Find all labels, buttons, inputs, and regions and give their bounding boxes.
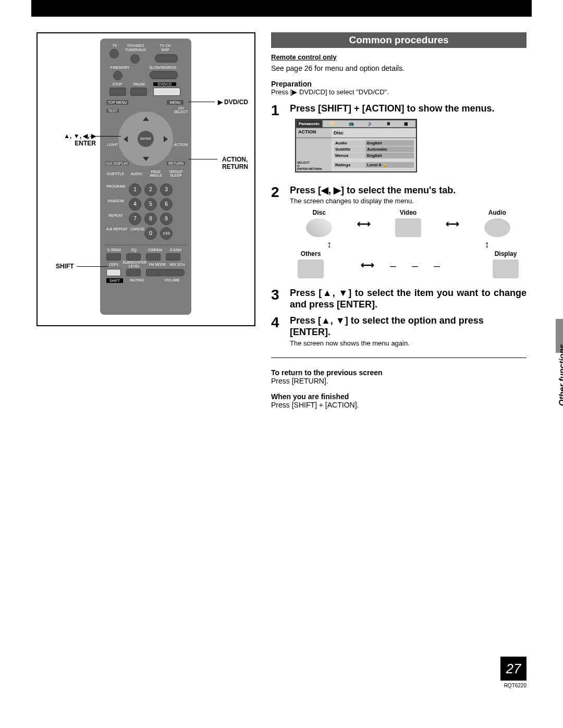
tab-disc-label: Disc bbox=[298, 209, 340, 216]
label-pmemory: P.MEMORY bbox=[109, 66, 130, 69]
btn-5: 5 bbox=[144, 198, 157, 211]
btn-7: 7 bbox=[129, 213, 141, 225]
osd-row-value: Automatic bbox=[365, 146, 414, 152]
label-guidisplay: GUI DISPLAY bbox=[105, 162, 129, 165]
dpad: ENTER bbox=[118, 112, 173, 166]
label-repeat: REPEAT bbox=[105, 214, 126, 217]
btn-denh bbox=[166, 253, 180, 261]
btn-stop bbox=[109, 88, 126, 96]
step-1-num: 1 bbox=[271, 103, 283, 180]
label-dvdcd: DVD/CD bbox=[153, 82, 176, 86]
callout-enter: ENTER bbox=[75, 140, 96, 147]
remote-only-label: Remote control only bbox=[271, 53, 527, 61]
osd-row-label: Ratings bbox=[334, 162, 365, 168]
label-cancel: CANCEL bbox=[129, 227, 147, 231]
label-subtitle: SUBTITLE bbox=[106, 172, 125, 176]
preparation-label: Preparation bbox=[271, 80, 527, 88]
arrow-icon: ——— bbox=[332, 260, 485, 271]
step-2-title: Press [◀, ▶] to select the menu's tab. bbox=[290, 185, 527, 196]
btn-dvdcd bbox=[153, 88, 180, 96]
remote-diagram: TV TV/VIDEO TUNER/AUX TV CH SKIP P.MEMOR… bbox=[36, 32, 255, 326]
osd-screenshot: Panasonic 📀 📺 🔊 🖥 ▦ ACTION bbox=[295, 119, 417, 172]
osd-row-value: English bbox=[365, 140, 414, 146]
btn-skip bbox=[155, 54, 178, 63]
label-cinema: CINEMA bbox=[146, 248, 164, 252]
label-tuneraux: TUNER/AUX bbox=[125, 48, 146, 52]
btn-ddpl bbox=[106, 269, 121, 276]
btn-subwoofer bbox=[126, 269, 141, 276]
tab-display-label: Display bbox=[485, 250, 527, 257]
osd-row-label: Menus bbox=[334, 153, 365, 158]
btn-eq bbox=[126, 253, 141, 261]
audio-icon bbox=[484, 218, 510, 237]
label-menu: MENU bbox=[167, 100, 183, 105]
label-groupsleep: GROUP SLEEP bbox=[167, 170, 185, 177]
btn-ssrnd bbox=[106, 253, 121, 261]
callout-dvdcd: ▶ DVD/CD bbox=[218, 98, 248, 106]
osd-action: ACTION bbox=[298, 129, 329, 134]
label-topmenu: TOP MENU bbox=[106, 100, 128, 105]
osd-tab-disc: Disc bbox=[332, 128, 416, 138]
display-icon bbox=[493, 260, 519, 278]
side-tab: Other functions bbox=[558, 344, 563, 406]
btn-cinema bbox=[146, 253, 161, 261]
arrow-icon bbox=[309, 239, 350, 250]
disc-icon bbox=[306, 218, 332, 237]
btn-9: 9 bbox=[160, 213, 173, 225]
label-slowsearch: SLOW/SEARCH bbox=[147, 66, 178, 69]
btn-2: 2 bbox=[144, 183, 157, 196]
label-tvch: TV CH bbox=[155, 44, 176, 47]
step-4-note: The screen now shows the menu again. bbox=[290, 339, 527, 347]
section-header: Common procedures bbox=[271, 32, 527, 48]
callout-arrows: ▲, ▼, ◀, ▶ ENTER bbox=[44, 132, 96, 147]
btn-4: 4 bbox=[129, 198, 141, 211]
label-fmmode: FM MODE bbox=[148, 263, 167, 266]
step-1-title: Press [SHIFT] + [ACTION] to show the men… bbox=[290, 103, 527, 115]
btn-8: 8 bbox=[144, 213, 157, 225]
label-muting: MUTING bbox=[128, 278, 146, 282]
tab-icon: 🔊 bbox=[368, 121, 373, 126]
label-subwoofer: SUBWOOFER LEVEL bbox=[122, 261, 147, 268]
tab-video-label: Video bbox=[387, 209, 429, 216]
btn-pmemory bbox=[113, 71, 123, 80]
label-action: ACTION bbox=[173, 143, 189, 146]
label-volume: VOLUME bbox=[162, 278, 182, 282]
osd-row-value: Level 8 🔒 bbox=[365, 162, 414, 168]
osd-brand: Panasonic bbox=[296, 120, 322, 128]
label-light: LIGHT bbox=[106, 143, 119, 146]
callout-action: ACTION, RETURN bbox=[222, 156, 248, 171]
btn-slow bbox=[150, 71, 178, 79]
btn-tvvideo bbox=[130, 54, 140, 64]
arrow-left-icon bbox=[124, 136, 128, 142]
tab-icon: 🖥 bbox=[386, 121, 390, 126]
btn-1: 1 bbox=[129, 183, 141, 196]
label-audio: AUDIO bbox=[129, 172, 144, 176]
osd-row-label: Subtitle bbox=[334, 146, 365, 152]
finished-label: When you are finished bbox=[271, 392, 527, 401]
label-shift: SHIFT bbox=[106, 278, 123, 283]
osd-row-value: English bbox=[365, 153, 414, 158]
label-return: RETURN bbox=[167, 162, 185, 165]
label-mix2ch: MIX 2CH bbox=[168, 263, 187, 266]
label-eq: EQ bbox=[129, 248, 139, 252]
tab-icon: ▦ bbox=[404, 121, 408, 126]
step-2-num: 2 bbox=[271, 185, 283, 283]
callout-shift: SHIFT bbox=[56, 263, 74, 270]
finished-text: Press [SHIFT] + [ACTION]. bbox=[271, 401, 527, 409]
label-chselect: CH SELECT bbox=[173, 106, 189, 114]
preparation-text: Press [▶ DVD/CD] to select "DVD/CD". bbox=[271, 88, 527, 96]
arrow-icon bbox=[466, 239, 508, 250]
label-test: TEST bbox=[106, 109, 119, 113]
osd-row-label: Audio bbox=[334, 140, 365, 146]
label-program: PROGRAM bbox=[105, 184, 126, 188]
label-pageangle: PAGE ANGLE bbox=[148, 170, 164, 177]
step-3-title: Press [▲, ▼] to select the item you want… bbox=[290, 288, 527, 310]
label-skip: SKIP bbox=[155, 48, 176, 52]
tab-audio-label: Audio bbox=[476, 209, 518, 216]
label-tvvideo: TV/VIDEO bbox=[125, 44, 146, 47]
callout-return: RETURN bbox=[222, 163, 248, 170]
arrow-down-icon bbox=[143, 157, 149, 161]
return-text: Press [RETURN]. bbox=[271, 377, 527, 385]
document-id: RQT6220 bbox=[504, 683, 527, 688]
label-ddpl: DDPL bbox=[106, 263, 122, 266]
